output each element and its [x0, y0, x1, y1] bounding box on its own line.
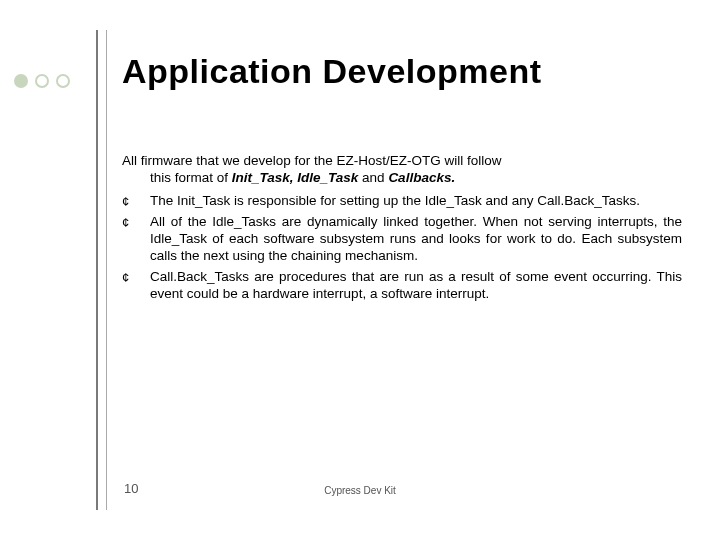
slide-markers: [14, 74, 70, 88]
list-item-text: All of the Idle_Tasks are dynamically li…: [150, 214, 682, 265]
slide: Application Development All firmware tha…: [0, 0, 720, 540]
intro-line1: All firmware that we develop for the EZ-…: [122, 153, 502, 168]
list-item: ¢ Call.Back_Tasks are procedures that ar…: [122, 269, 682, 303]
bullet-icon: ¢: [122, 193, 150, 210]
list-item: ¢ All of the Idle_Tasks are dynamically …: [122, 214, 682, 265]
divider-line-outer: [96, 30, 98, 510]
marker-dot-outline: [56, 74, 70, 88]
intro-line2: this format of Init_Task, Idle_Task and …: [122, 170, 682, 187]
body-text: All firmware that we develop for the EZ-…: [122, 153, 682, 302]
bullet-list: ¢ The Init_Task is responsible for setti…: [122, 193, 682, 303]
intro-emphasis-2: Callbacks.: [388, 170, 455, 185]
list-item: ¢ The Init_Task is responsible for setti…: [122, 193, 682, 210]
marker-dot-filled: [14, 74, 28, 88]
intro-middle: and: [358, 170, 388, 185]
intro-emphasis-1: Init_Task, Idle_Task: [232, 170, 359, 185]
list-item-text: The Init_Task is responsible for setting…: [150, 193, 682, 210]
list-item-text: Call.Back_Tasks are procedures that are …: [150, 269, 682, 303]
content-area: Application Development All firmware tha…: [122, 52, 682, 306]
bullet-icon: ¢: [122, 269, 150, 303]
footer-text: Cypress Dev Kit: [0, 485, 720, 496]
intro-paragraph: All firmware that we develop for the EZ-…: [122, 153, 682, 187]
marker-dot-outline: [35, 74, 49, 88]
bullet-icon: ¢: [122, 214, 150, 265]
intro-prefix: this format of: [150, 170, 232, 185]
slide-title: Application Development: [122, 52, 682, 91]
divider-line-inner: [106, 30, 107, 510]
